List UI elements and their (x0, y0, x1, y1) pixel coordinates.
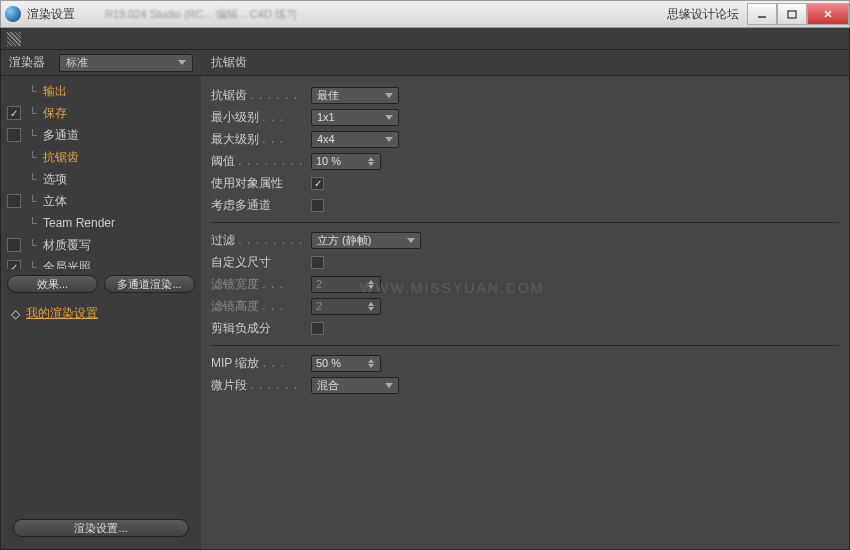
threshold-spinner[interactable]: 10 % (311, 153, 381, 170)
max-dropdown[interactable]: 4x4 (311, 131, 399, 148)
tree-label: 全局光照 (43, 259, 91, 270)
filter-dropdown[interactable]: 立方 (静帧) (311, 232, 421, 249)
blurred-title: R19.024 Studio (RC... 编辑... C4D 练习 (105, 7, 297, 22)
tree-checkbox[interactable] (7, 260, 21, 269)
toolstrip (1, 28, 201, 50)
chevron-down-icon (385, 383, 393, 388)
tree-item[interactable]: └输出 (1, 80, 201, 102)
aa-dropdown[interactable]: 最佳 (311, 87, 399, 104)
forum-label: 思缘设计论坛 (667, 6, 739, 23)
presets-label: 我的渲染设置 (26, 305, 98, 322)
renderer-value: 标准 (66, 55, 88, 70)
tree-checkbox[interactable] (7, 128, 21, 142)
consider-label: 考虑多通道 (211, 198, 271, 212)
tree-label: Team Render (43, 216, 115, 230)
mip-label: MIP 缩放 (211, 356, 259, 370)
chevron-down-icon (407, 238, 415, 243)
tree-item[interactable]: └选项 (1, 168, 201, 190)
renderer-row: 渲染器 标准 (1, 50, 201, 76)
fw-label: 滤镜宽度 (211, 277, 259, 291)
section-header: 抗锯齿 (201, 50, 849, 76)
consider-checkbox[interactable] (311, 199, 324, 212)
tree-branch-icon: └ (29, 107, 43, 119)
fh-spinner: 2 (311, 298, 381, 315)
tree-branch-icon: └ (29, 239, 43, 251)
min-dropdown[interactable]: 1x1 (311, 109, 399, 126)
chevron-down-icon (178, 60, 186, 65)
tree-branch-icon: └ (29, 173, 43, 185)
tree-checkbox[interactable] (7, 106, 21, 120)
micro-dropdown[interactable]: 混合 (311, 377, 399, 394)
minimize-button[interactable] (747, 3, 777, 25)
tree-label: 抗锯齿 (43, 149, 79, 166)
sidebar: 渲染器 标准 └输出└保存└多通道└抗锯齿└选项└立体└Team Render└… (1, 28, 201, 549)
tree-branch-icon: └ (29, 217, 43, 229)
tree-item[interactable]: └抗锯齿 (1, 146, 201, 168)
aa-label: 抗锯齿 (211, 88, 247, 102)
svg-rect-1 (788, 11, 796, 18)
multipass-button[interactable]: 多通道渲染... (104, 275, 195, 293)
fh-label: 滤镜高度 (211, 299, 259, 313)
tree-checkbox[interactable] (7, 194, 21, 208)
useobj-checkbox[interactable] (311, 177, 324, 190)
tree-label: 立体 (43, 193, 67, 210)
filter-label: 过滤 (211, 233, 235, 247)
tree-label: 多通道 (43, 127, 79, 144)
target-icon: ◇ (11, 307, 20, 321)
maximize-button[interactable] (777, 3, 807, 25)
tree-item[interactable]: └多通道 (1, 124, 201, 146)
max-label: 最大级别 (211, 132, 259, 146)
micro-label: 微片段 (211, 378, 247, 392)
close-button[interactable] (807, 3, 849, 25)
tree-label: 选项 (43, 171, 67, 188)
tree-item[interactable]: └全局光照 (1, 256, 201, 269)
tree-branch-icon: └ (29, 195, 43, 207)
chevron-down-icon (385, 93, 393, 98)
tree-item[interactable]: └保存 (1, 102, 201, 124)
custom-checkbox[interactable] (311, 256, 324, 269)
renderer-label: 渲染器 (9, 54, 59, 71)
renderer-dropdown[interactable]: 标准 (59, 54, 193, 72)
tree-branch-icon: └ (29, 261, 43, 269)
neg-checkbox[interactable] (311, 322, 324, 335)
tree-branch-icon: └ (29, 85, 43, 97)
threshold-label: 阈值 (211, 154, 235, 168)
titlebar: 渲染设置 R19.024 Studio (RC... 编辑... C4D 练习 … (0, 0, 850, 28)
min-label: 最小级别 (211, 110, 259, 124)
neg-label: 剪辑负成分 (211, 321, 271, 335)
tree-item[interactable]: └材质覆写 (1, 234, 201, 256)
settings-tree: └输出└保存└多通道└抗锯齿└选项└立体└Team Render└材质覆写└全局… (1, 76, 201, 269)
useobj-label: 使用对象属性 (211, 176, 283, 190)
main-panel: 渲染器 标准 └输出└保存└多通道└抗锯齿└选项└立体└Team Render└… (0, 28, 850, 550)
tree-checkbox[interactable] (7, 238, 21, 252)
grid-icon[interactable] (7, 32, 21, 46)
presets-row[interactable]: ◇ 我的渲染设置 (1, 299, 201, 328)
content-pane: 抗锯齿 抗锯齿 . . . . . . 最佳 最小级别 . . . 1x1 最大… (201, 28, 849, 549)
effects-button[interactable]: 效果... (7, 275, 98, 293)
custom-label: 自定义尺寸 (211, 255, 271, 269)
render-settings-button[interactable]: 渲染设置... (13, 519, 189, 537)
chevron-down-icon (385, 137, 393, 142)
tree-item[interactable]: └Team Render (1, 212, 201, 234)
tree-label: 材质覆写 (43, 237, 91, 254)
app-icon (5, 6, 21, 22)
tree-item[interactable]: └立体 (1, 190, 201, 212)
tree-label: 输出 (43, 83, 67, 100)
chevron-down-icon (385, 115, 393, 120)
tree-branch-icon: └ (29, 151, 43, 163)
window-title: 渲染设置 (27, 6, 75, 23)
fw-spinner: 2 (311, 276, 381, 293)
tree-label: 保存 (43, 105, 67, 122)
mip-spinner[interactable]: 50 % (311, 355, 381, 372)
tree-branch-icon: └ (29, 129, 43, 141)
